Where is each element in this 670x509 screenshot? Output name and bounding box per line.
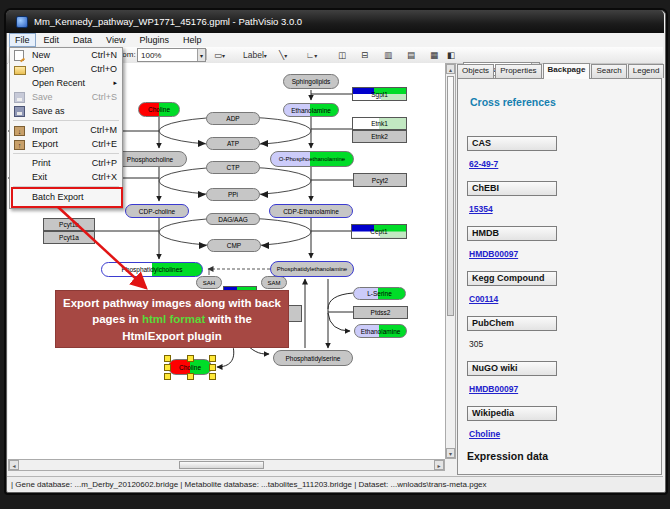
menu-view[interactable]: View <box>100 33 131 47</box>
selection-handle[interactable] <box>209 355 216 362</box>
zoom-combobox[interactable]: 100% ▾ <box>137 48 206 62</box>
pathway-node-sphingolipids[interactable]: Sphingolipids <box>283 74 339 89</box>
tab-search[interactable]: Search <box>591 64 626 78</box>
submenu-arrow-icon: ▸ <box>113 79 117 87</box>
canvas-horizontal-scrollbar[interactable]: ◂ ▸ <box>8 459 445 471</box>
selection-handle[interactable] <box>187 355 194 362</box>
gene-node-ptdss2[interactable]: Ptdss2 <box>353 306 408 319</box>
pathway-node-ethanolamine[interactable]: Ethanolamine <box>283 103 339 117</box>
status-bar: | Gene database: ...m_Derby_20120602.bri… <box>7 476 663 491</box>
scrollbar-thumb[interactable] <box>447 76 454 316</box>
pathway-node-adp[interactable]: ADP <box>206 112 260 125</box>
selection-handle[interactable] <box>209 373 216 380</box>
gene-node-pcyt1a[interactable]: Pcyt1a <box>43 231 95 244</box>
crossref-value-pubchem: 305 <box>469 339 577 349</box>
menu-data[interactable]: Data <box>67 33 98 47</box>
pathway-node-phosphatidylcholines[interactable]: Phosphatidylcholines <box>101 262 203 277</box>
distribute-vertical-button[interactable]: ▤ <box>404 48 418 62</box>
window-title: Mm_Kennedy_pathway_WP1771_45176.gpml - P… <box>34 16 302 27</box>
menu-item-exit[interactable]: Exit Ctrl+X <box>10 170 122 184</box>
menu-item-new[interactable]: New Ctrl+N <box>10 48 122 62</box>
expression-data-heading: Expression data <box>467 450 548 462</box>
stack-button[interactable]: ▦ <box>427 48 441 62</box>
crossref-link-kegg[interactable]: C00114 <box>469 294 577 304</box>
distribute-vertical-icon: ▤ <box>407 50 415 60</box>
crossref-link-cas[interactable]: 62-49-7 <box>469 159 577 169</box>
tab-backpage[interactable]: Backpage <box>543 63 591 79</box>
pathway-node-cmp[interactable]: CMP <box>207 239 261 252</box>
selection-handle[interactable] <box>209 364 216 371</box>
crossref-link-nugo[interactable]: HMDB00097 <box>469 384 577 394</box>
connector-tool-button[interactable]: ∟ ▾ <box>303 48 320 62</box>
status-text: | Gene database: ...m_Derby_20120602.bri… <box>11 480 487 489</box>
pathway-node-cdp-ethanolamine[interactable]: CDP-Ethanolamine <box>269 204 353 218</box>
section-header-hmdb: HMDB <box>467 226 557 241</box>
selection-handle[interactable] <box>164 373 171 380</box>
selection-handle[interactable] <box>187 373 194 380</box>
pathway-node-atp[interactable]: ATP <box>206 137 260 150</box>
menu-item-open[interactable]: Open Ctrl+O <box>10 62 122 76</box>
menu-help[interactable]: Help <box>177 33 208 47</box>
crossref-link-wikipedia[interactable]: Choline <box>469 429 577 439</box>
pathway-node-cdp-choline[interactable]: CDP-choline <box>125 204 189 218</box>
tab-objects[interactable]: Objects <box>457 64 494 78</box>
menu-item-open-recent[interactable]: Open Recent ▸ <box>10 76 122 90</box>
scroll-left-icon[interactable]: ◂ <box>9 460 19 470</box>
pathway-node-ppi[interactable]: PPi <box>206 188 260 201</box>
gene-node-cept1[interactable]: Cept1 <box>351 224 407 239</box>
menu-item-print[interactable]: Print Ctrl+P <box>10 156 122 170</box>
pathway-node-sah[interactable]: SAH <box>196 276 222 289</box>
pathway-node-choline[interactable]: Choline <box>138 102 180 117</box>
menu-file[interactable]: File <box>9 33 36 47</box>
sidebar-tab-bar: Objects Properties Backpage Search Legen… <box>457 64 665 79</box>
chevron-down-icon: ▾ <box>314 52 317 59</box>
scrollbar-thumb[interactable] <box>179 461 264 469</box>
pathway-node-ctp[interactable]: CTP <box>206 161 260 174</box>
backpage-panel: Cross references CAS 62-49-7 ChEBI 15354… <box>457 78 662 475</box>
stack-icon: ▦ <box>430 50 438 60</box>
pathway-node-l-serine[interactable]: L-Serine <box>353 287 406 300</box>
pathway-node-dag-aag[interactable]: DAG/AAG <box>206 213 260 225</box>
menu-item-save[interactable]: Save Ctrl+S <box>10 90 122 104</box>
crossref-link-chebi[interactable]: 15354 <box>469 204 577 214</box>
gene-node-etnk1[interactable]: Etnk1 <box>352 117 407 130</box>
selection-handle[interactable] <box>164 355 171 362</box>
title-bar[interactable]: Mm_Kennedy_pathway_WP1771_45176.gpml - P… <box>6 10 664 33</box>
annotation-callout: Export pathway images along with back pa… <box>55 290 289 348</box>
gene-node-pcyt2[interactable]: Pcyt2 <box>353 173 407 187</box>
menu-item-export[interactable]: ↑ Export Ctrl+E <box>10 137 122 151</box>
menu-item-save-as[interactable]: Save as <box>10 104 122 118</box>
visualization-layout-button[interactable]: ◧ <box>444 48 458 62</box>
section-header-kegg: Kegg Compound <box>467 271 557 286</box>
line-tool-button[interactable]: ╲ ▾ <box>276 48 290 62</box>
datanode-tool-button[interactable]: ▭ ▾ <box>211 48 228 62</box>
pathway-node-o-phosphoethanolamine[interactable]: O-Phosphoethanolamine <box>270 151 354 167</box>
pathway-node-phosphatidylserine[interactable]: Phosphatidylserine <box>273 350 353 366</box>
pathway-node-phosphocholine[interactable]: Phosphocholine <box>113 151 187 167</box>
pathway-node-ethanolamine-2[interactable]: Ethanolamine <box>354 324 407 338</box>
tab-legend[interactable]: Legend <box>628 64 665 78</box>
align-center-button[interactable]: ◫ <box>335 48 349 62</box>
screenshot-stage: Mm_Kennedy_pathway_WP1771_45176.gpml - P… <box>0 0 670 509</box>
gene-node-sgpl1[interactable]: Sgpl1 <box>352 87 407 101</box>
gene-node-etnk2[interactable]: Etnk2 <box>352 130 407 143</box>
scroll-right-icon[interactable]: ▸ <box>434 460 444 470</box>
menu-edit[interactable]: Edit <box>38 33 66 47</box>
menu-item-import[interactable]: ↓ Import Ctrl+M <box>10 123 122 137</box>
tab-properties[interactable]: Properties <box>495 64 541 78</box>
canvas-vertical-scrollbar[interactable]: ▴ ▾ <box>445 63 456 459</box>
menu-separator <box>13 120 119 121</box>
align-middle-button[interactable]: ⊟ <box>358 48 371 62</box>
pathway-node-phosphatidylethanolamine[interactable]: Phosphatidylethanolamine <box>270 261 354 277</box>
distribute-horizontal-button[interactable]: ▥ <box>381 48 395 62</box>
scroll-down-icon[interactable]: ▾ <box>446 448 455 458</box>
crossref-link-hmdb[interactable]: HMDB00097 <box>469 249 577 259</box>
pathway-node-sam[interactable]: SAM <box>261 276 287 289</box>
scroll-up-icon[interactable]: ▴ <box>446 64 455 74</box>
chevron-down-icon[interactable]: ▾ <box>197 49 205 61</box>
label-tool-button[interactable]: Label ▾ <box>240 48 270 62</box>
pathvisio-app-icon <box>16 16 28 28</box>
menu-plugins[interactable]: Plugins <box>133 33 175 47</box>
selection-handle[interactable] <box>164 364 171 371</box>
gene-node-pcyt1b[interactable]: Pcyt1b <box>43 218 95 231</box>
